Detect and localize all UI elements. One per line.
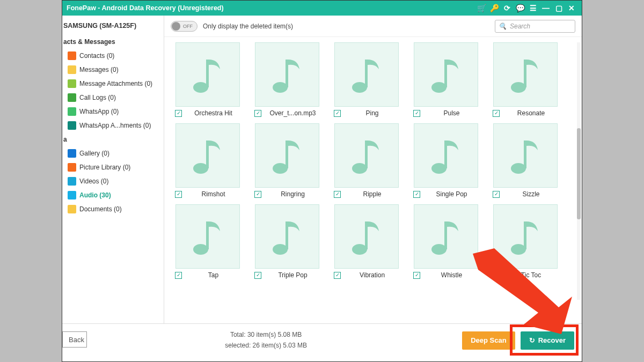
update-icon[interactable]: ⟳ (501, 2, 513, 14)
sidebar-item-label: Videos (0) (79, 178, 108, 185)
sidebar: SAMSUNG (SM-A125F) acts & Messages Conta… (62, 16, 164, 323)
tile-checkbox[interactable]: ✓ (413, 110, 420, 117)
tile-checkbox[interactable]: ✓ (175, 110, 182, 117)
picture-icon (68, 163, 76, 172)
audio-tile[interactable]: ✓ Single Pop (411, 123, 481, 199)
document-icon (68, 205, 76, 213)
sidebar-item-contacts[interactable]: Contacts (0) (62, 49, 162, 63)
audio-thumb (175, 204, 240, 269)
tile-checkbox[interactable]: ✓ (334, 110, 341, 117)
svg-rect-5 (365, 60, 368, 87)
svg-point-2 (273, 82, 288, 93)
sidebar-item-call-logs[interactable]: Call Logs (0) (62, 91, 162, 105)
search-input[interactable]: 🔍 Search (495, 20, 575, 33)
close-icon[interactable]: ✕ (566, 2, 577, 14)
deep-scan-label: Deep Scan (471, 336, 506, 344)
svg-point-8 (511, 82, 526, 93)
audio-tile[interactable]: ✓ Ping (332, 42, 401, 118)
audio-tile[interactable]: ✓ Ringring (252, 123, 322, 199)
tile-checkbox[interactable]: ✓ (413, 191, 420, 198)
video-icon (68, 177, 76, 186)
tile-checkbox[interactable]: ✓ (334, 191, 341, 198)
maximize-icon[interactable]: ▢ (553, 2, 565, 14)
audio-thumb (414, 123, 478, 188)
sidebar-item-messages[interactable]: Messages (0) (62, 63, 162, 77)
sidebar-item-audio[interactable]: Audio (30) (62, 188, 162, 202)
recover-button[interactable]: ↻ Recover (521, 331, 574, 350)
sidebar-item-label: Contacts (0) (79, 52, 114, 60)
sidebar-item-gallery[interactable]: Gallery (0) (62, 146, 162, 160)
sidebar-item-videos[interactable]: Videos (0) (62, 174, 162, 188)
audio-tile[interactable]: ✓ Sizzle (491, 123, 560, 199)
search-placeholder: Search (510, 23, 530, 30)
audio-tile[interactable]: ✓ Pulse (411, 42, 481, 118)
tile-checkbox[interactable]: ✓ (493, 272, 500, 279)
tile-checkbox[interactable]: ✓ (254, 110, 261, 117)
svg-point-24 (352, 244, 367, 255)
audio-tile[interactable]: ✓ Tap (173, 204, 243, 280)
audio-tile[interactable]: ✓ Over_t...on.mp3 (252, 42, 322, 118)
search-icon: 🔍 (499, 23, 507, 30)
audio-tile[interactable]: ✓ Vibration (332, 204, 401, 280)
sidebar-item-label: Call Logs (0) (79, 94, 116, 101)
tile-checkbox[interactable]: ✓ (493, 110, 500, 117)
cart-icon[interactable]: 🛒 (475, 2, 487, 14)
scrollbar-thumb[interactable] (577, 128, 581, 219)
audio-tile[interactable]: ✓ Whistle (411, 204, 481, 280)
deep-scan-button[interactable]: Deep Scan (462, 331, 515, 350)
total-line: Total: 30 item(s) 5.08 MB (70, 330, 462, 340)
totals-text: Total: 30 item(s) 5.08 MB selected: 26 i… (70, 330, 462, 350)
svg-point-20 (193, 244, 208, 255)
whatsapp-attach-icon (68, 121, 76, 130)
tile-filename: Ripple (344, 190, 400, 198)
audio-thumb (334, 123, 399, 188)
audio-thumb (493, 123, 558, 188)
feedback-icon[interactable]: 💬 (514, 2, 526, 14)
back-button[interactable]: Back (62, 331, 87, 348)
svg-point-4 (352, 82, 367, 93)
svg-point-26 (431, 244, 447, 255)
tile-checkbox[interactable]: ✓ (254, 272, 261, 279)
audio-thumb (414, 204, 478, 269)
sidebar-item-label: WhatsApp (0) (79, 108, 119, 115)
sidebar-item-picture-library[interactable]: Picture Library (0) (62, 160, 162, 174)
svg-rect-19 (524, 141, 526, 168)
svg-rect-21 (206, 221, 209, 249)
tile-checkbox[interactable]: ✓ (493, 191, 500, 198)
tile-filename: Tic Toc (503, 271, 559, 279)
recover-label: Recover (538, 336, 566, 344)
file-grid: ✓ Orchestra Hit ✓ Over_t...on.mp3 ✓ Ping (173, 42, 573, 280)
svg-rect-13 (286, 141, 288, 168)
audio-tile[interactable]: ✓ Rimshot (173, 123, 243, 199)
audio-thumb (175, 42, 240, 107)
svg-rect-7 (444, 60, 447, 87)
sidebar-item-documents[interactable]: Documents (0) (62, 202, 162, 216)
tile-checkbox[interactable]: ✓ (413, 272, 420, 279)
sidebar-item-whatsapp[interactable]: WhatsApp (0) (62, 105, 162, 119)
audio-tile[interactable]: ✓ Resonate (491, 42, 560, 118)
audio-tile[interactable]: ✓ Ripple (332, 123, 401, 199)
audio-tile[interactable]: ✓ Orchestra Hit (173, 42, 243, 118)
tile-checkbox[interactable]: ✓ (175, 272, 182, 279)
sidebar-item-message-attachments[interactable]: Message Attachments (0) (62, 77, 162, 91)
tile-filename: Ping (344, 109, 400, 117)
gallery-icon (68, 149, 76, 158)
deleted-only-toggle[interactable]: OFF (171, 21, 197, 32)
tile-checkbox[interactable]: ✓ (334, 272, 341, 279)
tile-filename: Triple Pop (265, 271, 321, 279)
tile-checkbox[interactable]: ✓ (175, 191, 182, 198)
scrollbar[interactable] (577, 42, 581, 300)
tile-filename: Sizzle (503, 190, 559, 198)
audio-tile[interactable]: ✓ Triple Pop (252, 204, 322, 280)
svg-rect-9 (524, 60, 526, 87)
audio-tile[interactable]: ✓ Tic Toc (491, 204, 560, 280)
minimize-icon[interactable]: — (540, 2, 552, 14)
sidebar-item-whatsapp-attachments[interactable]: WhatsApp A...hments (0) (62, 119, 162, 132)
sidebar-item-label: Gallery (0) (79, 150, 109, 157)
recover-icon: ↻ (529, 336, 535, 344)
selected-line: selected: 26 item(s) 5.03 MB (70, 341, 462, 351)
menu-icon[interactable]: ☰ (527, 2, 539, 14)
key-icon[interactable]: 🔑 (488, 2, 500, 14)
tile-filename: Vibration (344, 271, 400, 279)
tile-checkbox[interactable]: ✓ (254, 191, 261, 198)
